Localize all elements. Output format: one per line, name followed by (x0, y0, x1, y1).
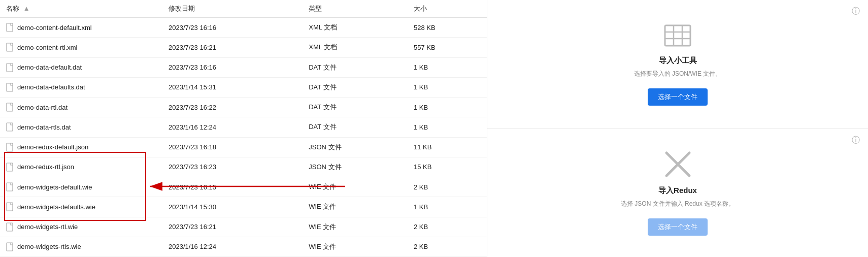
file-modified: 2023/7/23 16:18 (162, 137, 303, 157)
file-table: 名称 ▲ 修改日期 类型 大小 dem (0, 0, 487, 257)
table-row[interactable]: demo-redux-default.json 2023/7/23 16:18 … (0, 137, 487, 157)
redux-icon (664, 150, 692, 180)
svg-rect-10 (7, 223, 13, 231)
file-name-cell: demo-content-default.xml (6, 23, 156, 32)
svg-rect-0 (7, 23, 13, 31)
file-size: 557 KB (408, 38, 487, 57)
col-name[interactable]: 名称 ▲ (0, 0, 162, 18)
col-modified[interactable]: 修改日期 (162, 0, 303, 18)
file-size: 1 KB (408, 77, 487, 97)
file-type: XML 文档 (303, 38, 408, 57)
import-redux-button[interactable]: 选择一个文件 (648, 218, 708, 236)
file-name: demo-data-rtls.dat (17, 123, 71, 131)
file-name-cell: demo-data-default.dat (6, 63, 156, 72)
file-name: demo-data-rtl.dat (17, 104, 68, 111)
file-icon (6, 63, 14, 72)
file-name-cell: demo-data-rtl.dat (6, 103, 156, 112)
file-icon (6, 222, 14, 232)
import-tool-section: ⓘ 导入小工具 选择要导入的 JSON/WIE 文件。 选择一个文件 (487, 0, 868, 129)
col-size[interactable]: 大小 (408, 0, 487, 18)
file-name-cell: demo-widgets-default.wie (6, 182, 156, 191)
table-row[interactable]: demo-widgets-rtls.wie 2023/1/16 12:24 WI… (0, 237, 487, 256)
file-icon (6, 43, 14, 52)
table-row[interactable]: demo-widgets-defaults.wie 2023/1/14 15:3… (0, 197, 487, 217)
svg-rect-9 (7, 203, 13, 211)
table-row[interactable]: demo-widgets-rtl.wie 2023/7/23 16:21 WIE… (0, 217, 487, 237)
import-redux-section: ⓘ 导入Redux 选择 JSON 文件并输入 Redux 选项名称。 选择一个… (487, 129, 868, 258)
file-modified: 2023/7/23 16:22 (162, 98, 303, 117)
svg-rect-4 (7, 103, 13, 111)
file-type: JSON 文件 (303, 157, 408, 177)
file-name-cell: demo-widgets-rtls.wie (6, 242, 156, 251)
select-file-button[interactable]: 选择一个文件 (648, 88, 708, 106)
file-name: demo-data-default.dat (17, 63, 82, 71)
svg-rect-5 (7, 123, 13, 131)
file-type: XML 文档 (303, 18, 408, 38)
file-icon (6, 122, 14, 132)
col-type[interactable]: 类型 (303, 0, 408, 18)
file-name: demo-widgets-default.wie (17, 183, 92, 191)
file-name: demo-redux-default.json (17, 143, 88, 151)
file-size: 2 KB (408, 237, 487, 256)
table-row[interactable]: demo-data-default.dat 2023/7/23 16:16 DA… (0, 57, 487, 77)
table-row[interactable]: demo-data-defaults.dat 2023/1/14 15:31 D… (0, 77, 487, 97)
import-redux-description: 选择 JSON 文件并输入 Redux 选项名称。 (621, 200, 735, 208)
file-icon (6, 83, 14, 92)
file-name: demo-content-default.xml (17, 24, 92, 31)
svg-rect-14 (665, 25, 690, 46)
file-explorer: 名称 ▲ 修改日期 类型 大小 dem (0, 0, 487, 257)
sort-icon: ▲ (23, 5, 30, 12)
import-tool-title: 导入小工具 (659, 56, 697, 66)
file-modified: 2023/7/23 16:16 (162, 18, 303, 38)
import-redux-title: 导入Redux (658, 186, 697, 196)
import-tool-description: 选择要导入的 JSON/WIE 文件。 (634, 70, 722, 78)
file-name: demo-widgets-rtl.wie (17, 223, 78, 231)
file-name: demo-data-defaults.dat (17, 83, 85, 91)
file-size: 1 KB (408, 57, 487, 77)
import-tool-icon (662, 23, 693, 50)
svg-rect-11 (7, 243, 13, 251)
table-row[interactable]: demo-data-rtl.dat 2023/7/23 16:22 DAT 文件… (0, 98, 487, 117)
file-name-cell: demo-data-defaults.dat (6, 83, 156, 92)
table-row[interactable]: demo-redux-rtl.json 2023/7/23 16:23 JSON… (0, 157, 487, 177)
file-type: WIE 文件 (303, 217, 408, 237)
file-size: 1 KB (408, 98, 487, 117)
table-row[interactable]: demo-data-rtls.dat 2023/1/16 12:24 DAT 文… (0, 117, 487, 137)
file-modified: 2023/1/14 15:30 (162, 197, 303, 217)
file-name-cell: demo-widgets-defaults.wie (6, 202, 156, 211)
file-size: 15 KB (408, 157, 487, 177)
file-modified: 2023/1/16 12:24 (162, 117, 303, 137)
file-type: JSON 文件 (303, 137, 408, 157)
table-row[interactable]: demo-content-rtl.xml 2023/7/23 16:21 XML… (0, 38, 487, 57)
file-size: 2 KB (408, 177, 487, 197)
file-size: 2 KB (408, 217, 487, 237)
file-icon (6, 163, 14, 172)
file-modified: 2023/7/23 16:21 (162, 38, 303, 57)
file-name: demo-widgets-rtls.wie (17, 243, 81, 250)
svg-rect-2 (7, 63, 13, 72)
import-redux-info-icon[interactable]: ⓘ (852, 135, 860, 146)
file-size: 11 KB (408, 137, 487, 157)
table-row[interactable]: demo-content-default.xml 2023/7/23 16:16… (0, 18, 487, 38)
svg-rect-3 (7, 83, 13, 91)
file-name: demo-widgets-defaults.wie (17, 203, 95, 211)
file-modified: 2023/7/23 16:15 (162, 177, 303, 197)
file-name-cell: demo-redux-default.json (6, 143, 156, 152)
table-row[interactable]: demo-widgets-default.wie 2023/7/23 16:15… (0, 177, 487, 197)
file-name-cell: demo-data-rtls.dat (6, 122, 156, 132)
file-modified: 2023/1/16 12:24 (162, 237, 303, 256)
svg-rect-6 (7, 143, 13, 151)
file-name-cell: demo-content-rtl.xml (6, 43, 156, 52)
file-type: WIE 文件 (303, 197, 408, 217)
file-icon (6, 103, 14, 112)
import-tool-info-icon[interactable]: ⓘ (852, 6, 860, 17)
file-type: DAT 文件 (303, 98, 408, 117)
file-type: WIE 文件 (303, 237, 408, 256)
file-modified: 2023/7/23 16:23 (162, 157, 303, 177)
file-icon (6, 23, 14, 32)
file-type: DAT 文件 (303, 77, 408, 97)
file-modified: 2023/7/23 16:16 (162, 57, 303, 77)
file-modified: 2023/1/14 15:31 (162, 77, 303, 97)
file-icon (6, 202, 14, 211)
file-name-cell: demo-redux-rtl.json (6, 163, 156, 172)
